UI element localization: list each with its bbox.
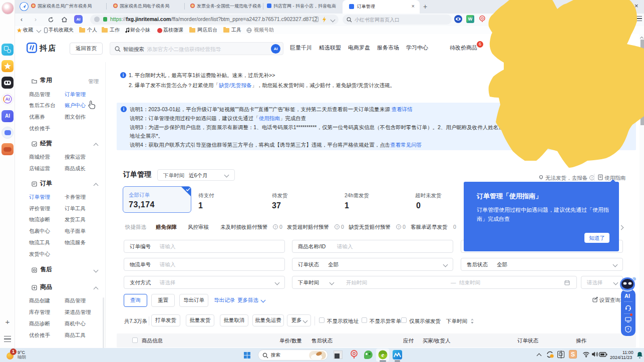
svg-text:e: e [382, 351, 385, 358]
